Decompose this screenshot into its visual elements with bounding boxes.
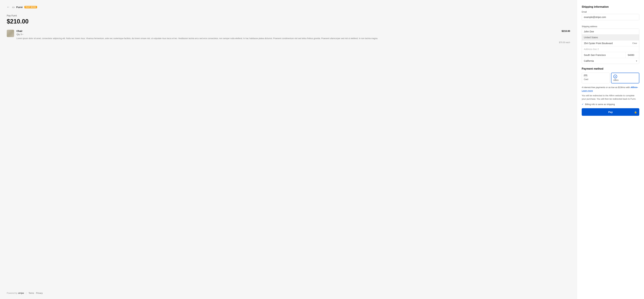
billing-check-icon: ✓ bbox=[582, 103, 584, 106]
address-name-value: John Doe bbox=[584, 30, 594, 33]
affirm-logo-icon: a bbox=[614, 75, 617, 78]
address-box: John Doe United States 354 Oyster Point … bbox=[582, 28, 639, 64]
billing-checkbox-row[interactable]: ✓ Billing info is same as shipping bbox=[582, 103, 639, 106]
email-section: Email bbox=[582, 11, 639, 20]
qty-chevron-icon: ▾ bbox=[22, 33, 23, 35]
shipping-address-section: Shipping address John Doe United States … bbox=[582, 25, 639, 64]
payment-section: Payment method Card a Affirm bbox=[582, 67, 639, 116]
browser-icon: ▭ bbox=[12, 5, 14, 9]
left-panel: ← ▭ Furni TEST MODE Pay Furni $210.00 Ch… bbox=[0, 0, 577, 299]
address-line2-row[interactable]: Address line 2 bbox=[582, 46, 639, 52]
back-button[interactable]: ← bbox=[7, 5, 10, 9]
card-label: Card bbox=[584, 78, 588, 80]
address-city-zip-row: South San Francisco 94080 bbox=[582, 52, 639, 58]
address-city-value: South San Francisco bbox=[582, 52, 626, 58]
pay-button-label: Pay bbox=[608, 111, 613, 113]
item-top-row: Chair $210.00 bbox=[16, 30, 570, 32]
payment-tab-affirm[interactable]: a Affirm bbox=[611, 73, 640, 83]
order-item: Chair $210.00 Qty 3 ▾ Lorem ipsum dolor … bbox=[7, 30, 570, 44]
address-country-value: United States bbox=[584, 36, 598, 39]
learn-more-link[interactable]: Learn more bbox=[582, 89, 593, 92]
item-qty[interactable]: Qty 3 ▾ bbox=[16, 33, 570, 35]
terms-link[interactable]: Terms bbox=[28, 292, 34, 294]
shipping-title: Shipping information bbox=[582, 5, 639, 8]
page-wrapper: ← ▭ Furni TEST MODE Pay Furni $210.00 Ch… bbox=[0, 0, 644, 299]
affirm-brand-text: Affirm≈ bbox=[630, 86, 638, 89]
state-chevron-icon: ▾ bbox=[636, 59, 637, 62]
qty-label: Qty bbox=[16, 33, 20, 35]
pay-button[interactable]: Pay 🔒 bbox=[582, 108, 639, 116]
affirm-promo: 4 interest-free payments or as low as $1… bbox=[582, 86, 639, 92]
pay-amount: $210.00 bbox=[7, 18, 570, 25]
address-street-value: 354 Oyster Point Boulevard bbox=[584, 42, 632, 45]
item-details: Chair $210.00 Qty 3 ▾ Lorem ipsum dolor … bbox=[16, 30, 570, 44]
address-zip-value: 94080 bbox=[626, 52, 639, 58]
lock-icon: 🔒 bbox=[634, 111, 637, 113]
top-bar: ← ▭ Furni TEST MODE bbox=[7, 5, 570, 9]
powered-by-text: Powered by bbox=[7, 292, 17, 294]
affirm-redirect-notice: You will be redirected to the Affirm web… bbox=[582, 94, 639, 100]
brand-name: Furni bbox=[16, 6, 23, 8]
payment-methods: Card a Affirm bbox=[582, 73, 639, 83]
footer-divider: | bbox=[26, 292, 26, 294]
email-label: Email bbox=[582, 11, 639, 13]
test-mode-badge: TEST MODE bbox=[24, 6, 37, 8]
item-image bbox=[7, 30, 14, 37]
item-unit-price: $70.00 each bbox=[16, 41, 570, 44]
payment-tab-card[interactable]: Card bbox=[582, 73, 610, 83]
powered-by: Powered by stripe bbox=[7, 292, 24, 294]
svg-rect-1 bbox=[584, 75, 587, 75]
item-price: $210.00 bbox=[562, 30, 570, 32]
address-state-value: California bbox=[584, 59, 636, 62]
item-name: Chair bbox=[16, 30, 22, 32]
address-line2-placeholder: Address line 2 bbox=[584, 48, 599, 50]
clear-address-button[interactable]: Clear bbox=[632, 42, 637, 44]
billing-same-label: Billing info is same as shipping bbox=[585, 103, 615, 106]
address-country-row[interactable]: United States bbox=[582, 34, 639, 40]
shipping-label: Shipping address bbox=[582, 25, 639, 28]
email-input[interactable] bbox=[582, 14, 639, 20]
stripe-logo: stripe bbox=[18, 292, 24, 294]
affirm-label: Affirm bbox=[614, 79, 619, 81]
affirm-promo-text: 4 interest-free payments or as low as $1… bbox=[582, 86, 630, 89]
svg-rect-0 bbox=[584, 75, 587, 77]
address-street-row: 354 Oyster Point Boulevard Clear bbox=[582, 40, 639, 46]
address-state-row[interactable]: California ▾ bbox=[582, 58, 639, 64]
right-panel: Shipping information Email Shipping addr… bbox=[577, 0, 644, 299]
payment-title: Payment method bbox=[582, 67, 639, 70]
qty-value: 3 bbox=[20, 33, 22, 35]
item-image-inner bbox=[7, 30, 14, 37]
item-description: Lorem ipsum dolor sit amet, consectetur … bbox=[16, 37, 570, 40]
left-footer: Powered by stripe | Terms Privacy bbox=[7, 292, 43, 294]
address-name-row: John Doe bbox=[582, 29, 639, 34]
card-icon bbox=[584, 74, 587, 77]
pay-label: Pay Furni bbox=[7, 14, 570, 17]
privacy-link[interactable]: Privacy bbox=[36, 292, 43, 294]
